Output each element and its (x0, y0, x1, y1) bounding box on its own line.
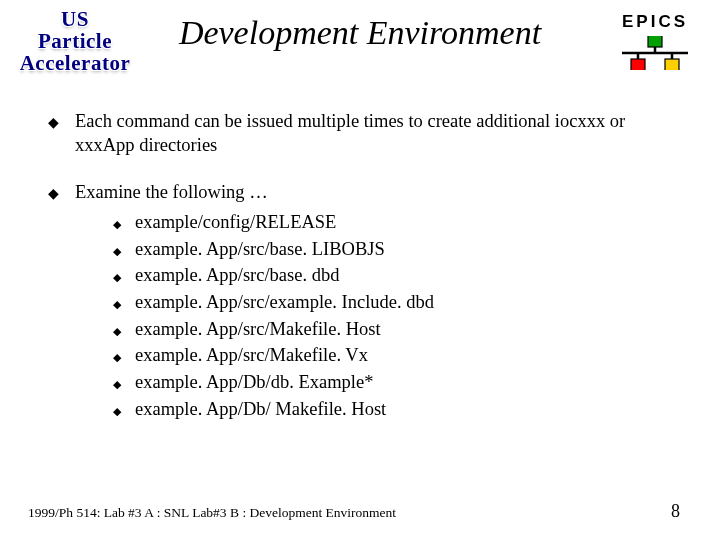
sub-bullet: ◆example. App/src/Makefile. Host (113, 318, 434, 342)
sub-bullet-text: example/config/RELEASE (135, 211, 336, 235)
logo-line-1: US (17, 8, 133, 30)
bullet-marker-icon: ◆ (48, 185, 59, 203)
bullet-marker-icon: ◆ (113, 270, 121, 284)
page-number: 8 (671, 501, 680, 522)
bullet-marker-icon: ◆ (113, 404, 121, 418)
epics-logo-icon (622, 36, 688, 74)
slide-title: Development Environment (179, 14, 541, 52)
sub-bullet-text: example. App/src/base. LIBOBJS (135, 238, 385, 262)
sub-bullet-text: example. App/src/Makefile. Host (135, 318, 381, 342)
sub-bullet-text: example. App/src/example. Include. dbd (135, 291, 434, 315)
bullet-marker-icon: ◆ (113, 297, 121, 311)
sub-bullet: ◆example. App/src/example. Include. dbd (113, 291, 434, 315)
logo-line-2: Particle (17, 30, 133, 52)
sub-bullet: ◆example. App/src/base. LIBOBJS (113, 238, 434, 262)
main-bullet: ◆Examine the following …◆example/config/… (48, 181, 680, 424)
svg-rect-4 (648, 36, 662, 47)
left-logo: US Particle Accelerator (20, 8, 130, 74)
bullet-marker-icon: ◆ (48, 114, 59, 132)
sub-bullet: ◆example/config/RELEASE (113, 211, 434, 235)
bullet-marker-icon: ◆ (113, 217, 121, 231)
bullet-marker-icon: ◆ (113, 350, 121, 364)
sub-bullet-text: example. App/src/base. dbd (135, 264, 339, 288)
footer-left: 1999/Ph 514: Lab #3 A : SNL Lab#3 B : De… (28, 505, 396, 521)
bullet-marker-icon: ◆ (113, 244, 121, 258)
sub-bullet: ◆example. App/Db/db. Example* (113, 371, 434, 395)
sub-bullet: ◆example. App/src/base. dbd (113, 264, 434, 288)
bullet-text: Each command can be issued multiple time… (75, 110, 680, 157)
slide-header: US Particle Accelerator Development Envi… (0, 0, 720, 90)
slide-footer: 1999/Ph 514: Lab #3 A : SNL Lab#3 B : De… (0, 501, 720, 522)
sub-list: ◆example/config/RELEASE◆example. App/src… (75, 211, 434, 421)
logo-line-3: Accelerator (17, 52, 133, 74)
slide-content: ◆Each command can be issued multiple tim… (0, 90, 720, 424)
bullet-marker-icon: ◆ (113, 377, 121, 391)
bullet-text: Examine the following … (75, 181, 434, 205)
sub-bullet: ◆example. App/src/Makefile. Vx (113, 344, 434, 368)
sub-bullet: ◆example. App/Db/ Makefile. Host (113, 398, 434, 422)
bullet-body: Examine the following …◆example/config/R… (75, 181, 434, 424)
epics-label: EPICS (612, 12, 698, 32)
bullet-marker-icon: ◆ (113, 324, 121, 338)
svg-rect-5 (631, 59, 645, 70)
bullet-body: Each command can be issued multiple time… (75, 110, 680, 157)
sub-bullet-text: example. App/Db/db. Example* (135, 371, 373, 395)
main-bullet: ◆Each command can be issued multiple tim… (48, 110, 680, 157)
svg-rect-6 (665, 59, 679, 70)
sub-bullet-text: example. App/Db/ Makefile. Host (135, 398, 386, 422)
sub-bullet-text: example. App/src/Makefile. Vx (135, 344, 368, 368)
epics-block: EPICS (612, 12, 698, 74)
